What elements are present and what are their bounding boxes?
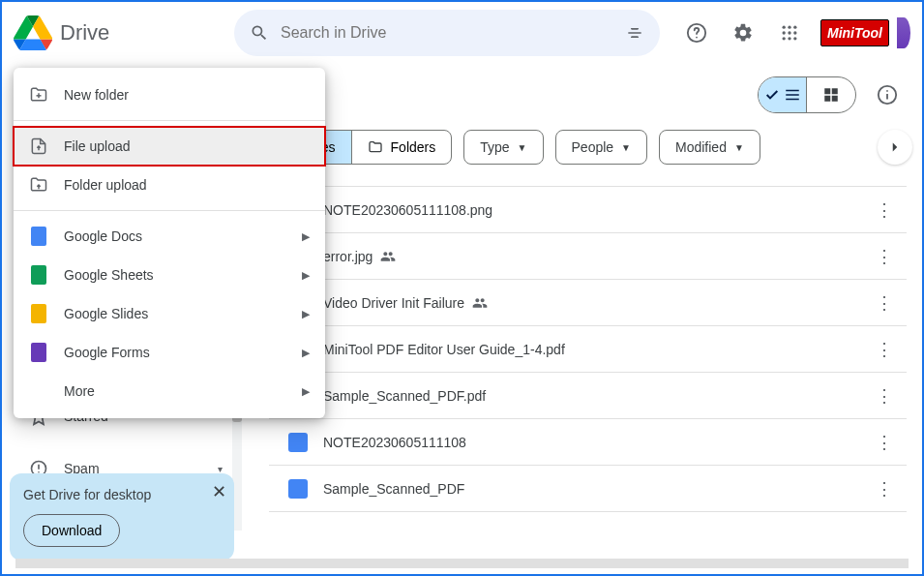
file-more-button[interactable]: ⋮ <box>870 292 899 314</box>
svg-point-8 <box>782 37 785 40</box>
chip-modified[interactable]: Modified▼ <box>659 130 760 165</box>
file-name: Sample_Scanned_PDF <box>323 481 870 497</box>
list-view-button[interactable] <box>759 77 807 112</box>
menu-more[interactable]: More▶ <box>14 372 325 410</box>
grid-view-button[interactable] <box>807 77 855 112</box>
search-options-icon[interactable] <box>625 23 644 43</box>
search-bar[interactable] <box>234 10 660 56</box>
file-more-button[interactable]: ⋮ <box>870 339 899 360</box>
chevron-down-icon: ▼ <box>734 142 744 153</box>
promo-close-button[interactable]: ✕ <box>212 481 226 502</box>
horizontal-scrollbar[interactable] <box>15 559 909 568</box>
svg-rect-16 <box>832 88 838 94</box>
svg-point-2 <box>782 26 785 29</box>
drive-logo-icon <box>14 14 52 52</box>
apps-button[interactable] <box>770 14 809 52</box>
chevron-right-icon: ▶ <box>302 269 310 282</box>
shared-icon <box>472 295 488 311</box>
chip-type[interactable]: Type▼ <box>463 130 543 165</box>
svg-point-6 <box>788 31 790 34</box>
menu-google-docs[interactable]: Google Docs▶ <box>14 217 325 256</box>
view-toggle <box>758 76 856 113</box>
info-button[interactable] <box>868 76 907 114</box>
menu-folder-upload[interactable]: Folder upload <box>14 166 325 204</box>
help-button[interactable] <box>677 14 716 52</box>
chevron-down-icon: ▾ <box>218 464 223 474</box>
chip-folders[interactable]: Folders <box>352 131 452 164</box>
new-folder-icon <box>29 85 48 105</box>
file-more-button[interactable]: ⋮ <box>870 385 899 407</box>
content-area: e Files <box>250 64 922 574</box>
gdoc-icon <box>288 479 308 499</box>
chevron-right-icon: ▶ <box>302 347 310 359</box>
brand-badge: MiniTool <box>820 19 889 46</box>
top-bar: Drive MiniTool <box>2 2 922 64</box>
folder-upload-icon <box>29 175 48 195</box>
svg-point-3 <box>788 26 790 29</box>
file-name: Video Driver Init Failure <box>323 295 870 311</box>
svg-point-21 <box>886 90 888 92</box>
shared-icon <box>380 249 396 264</box>
file-row[interactable]: Sample_Scanned_PDF ⋮ <box>269 466 907 512</box>
file-name: NOTE20230605111108 <box>323 435 870 450</box>
folder-icon <box>368 139 383 155</box>
menu-google-forms[interactable]: Google Forms▶ <box>14 333 325 372</box>
promo-text: Get Drive for desktop <box>23 487 221 502</box>
chevron-right-icon: ▶ <box>302 385 310 398</box>
svg-point-5 <box>782 31 785 34</box>
menu-new-folder[interactable]: New folder <box>14 76 325 114</box>
top-icons: MiniTool <box>677 14 910 52</box>
gear-icon <box>732 22 754 44</box>
file-more-button[interactable]: ⋮ <box>870 478 899 500</box>
file-upload-icon <box>29 136 48 156</box>
slides-icon <box>31 304 46 323</box>
sheets-icon <box>31 265 46 285</box>
chip-people[interactable]: People▼ <box>555 130 648 165</box>
apps-icon <box>780 23 799 43</box>
menu-file-upload[interactable]: File upload <box>14 127 325 166</box>
file-more-button[interactable]: ⋮ <box>870 199 899 221</box>
file-name: Sample_Scanned_PDF.pdf <box>323 388 870 404</box>
search-icon <box>250 23 269 43</box>
svg-rect-17 <box>824 96 830 102</box>
menu-google-slides[interactable]: Google Slides▶ <box>14 294 325 333</box>
svg-point-1 <box>696 37 698 39</box>
chevron-right-icon: ▶ <box>302 308 310 320</box>
svg-rect-15 <box>824 88 830 94</box>
docs-icon <box>31 227 46 246</box>
file-more-button[interactable]: ⋮ <box>870 246 899 267</box>
filter-chips: Files Folders Type▼ People▼ Modified▼ <box>269 130 907 165</box>
drive-desktop-promo: ✕ Get Drive for desktop Download <box>10 473 234 561</box>
file-row[interactable]: Video Driver Init Failure ⋮ <box>269 280 907 326</box>
svg-rect-18 <box>832 96 838 102</box>
logo-area[interactable]: Drive <box>14 14 226 52</box>
svg-point-4 <box>793 26 796 29</box>
chevron-right-icon: ▶ <box>302 230 310 243</box>
chevron-down-icon: ▼ <box>518 142 527 153</box>
file-more-button[interactable]: ⋮ <box>870 432 899 453</box>
app-name: Drive <box>60 20 109 45</box>
avatar[interactable] <box>897 17 910 48</box>
file-name: MiniTool PDF Editor User Guide_1-4.pdf <box>323 342 870 357</box>
file-row[interactable]: error.jpg ⋮ <box>269 233 907 280</box>
chevron-down-icon: ▼ <box>621 142 631 153</box>
svg-point-10 <box>793 37 796 40</box>
menu-google-sheets[interactable]: Google Sheets▶ <box>14 256 325 294</box>
new-menu: New folder File upload Folder upload Goo… <box>14 68 325 418</box>
file-row[interactable]: PDFSample_Scanned_PDF.pdf ⋮ <box>269 373 907 419</box>
grid-icon <box>822 86 840 104</box>
file-row[interactable]: NOTE20230605111108 ⋮ <box>269 419 907 466</box>
file-row[interactable]: PDFMiniTool PDF Editor User Guide_1-4.pd… <box>269 326 907 373</box>
search-input[interactable] <box>281 24 613 42</box>
help-icon <box>686 22 707 44</box>
info-icon <box>877 84 898 106</box>
download-button[interactable]: Download <box>23 514 120 547</box>
file-row[interactable]: NOTE20230605111108.png ⋮ <box>269 187 907 233</box>
file-list: NOTE20230605111108.png ⋮error.jpg ⋮Video… <box>269 186 907 512</box>
check-icon <box>764 87 780 103</box>
settings-button[interactable] <box>724 14 762 52</box>
list-icon <box>784 86 801 104</box>
chips-scroll-right[interactable] <box>878 130 912 165</box>
chevron-right-icon <box>886 138 904 156</box>
svg-point-7 <box>793 31 796 34</box>
